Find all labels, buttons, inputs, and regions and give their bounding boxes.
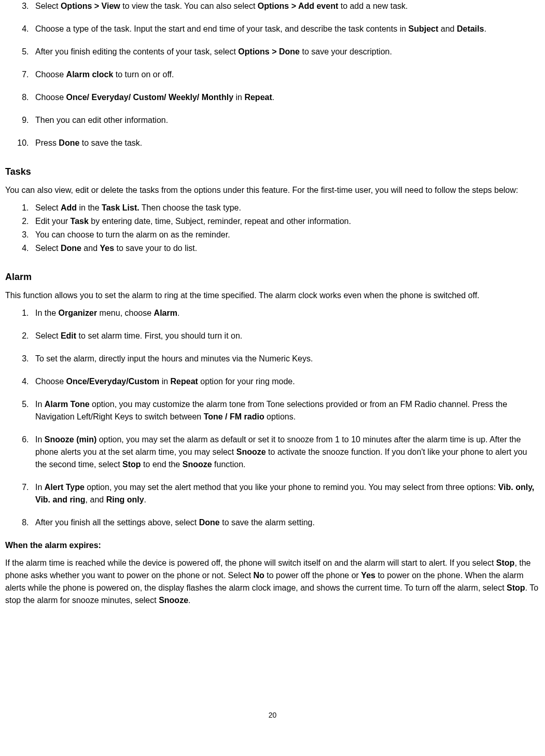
tasks-list-item: You can choose to turn the alarm on as t…: [31, 229, 540, 241]
tasks-list-item: Select Done and Yes to save your to do l…: [31, 242, 540, 255]
tasks-intro: You can also view, edit or delete the ta…: [5, 184, 540, 197]
tasks-list-item: Edit your Task by entering date, time, S…: [31, 215, 540, 228]
alarm-list-item: In Alert Type option, you may set the al…: [31, 481, 540, 506]
alarm-expires-text: If the alarm time is reached while the d…: [5, 557, 540, 607]
alarm-intro: This function allows you to set the alar…: [5, 289, 540, 302]
alarm-list: In the Organizer menu, choose Alarm.Sele…: [5, 307, 540, 529]
alarm-heading: Alarm: [5, 270, 540, 284]
alarm-list-item: After you finish all the settings above,…: [31, 516, 540, 529]
alarm-list-item: In the Organizer menu, choose Alarm.: [31, 307, 540, 319]
alarm-list-item: In Snooze (min) option, you may set the …: [31, 433, 540, 471]
top-list-item: After you finish editing the contents of…: [31, 46, 540, 58]
tasks-heading: Tasks: [5, 165, 540, 179]
alarm-list-item: In Alarm Tone option, you may customize …: [31, 398, 540, 423]
page-number: 20: [5, 710, 540, 721]
alarm-list-item: To set the alarm, directly input the hou…: [31, 353, 540, 365]
top-list-item: Choose a type of the task. Input the sta…: [31, 23, 540, 35]
top-list-item: Then you can edit other information.: [31, 114, 540, 127]
top-instruction-list: Select Options > View to view the task. …: [5, 0, 540, 149]
top-list-item: Choose Alarm clock to turn on or off.: [31, 68, 540, 81]
document-page: Select Options > View to view the task. …: [5, 0, 540, 726]
top-list-item: Press Done to save the task.: [31, 137, 540, 149]
tasks-list: Select Add in the Task List. Then choose…: [5, 202, 540, 255]
top-list-item: Select Options > View to view the task. …: [31, 0, 540, 12]
alarm-list-item: Choose Once/Everyday/Custom in Repeat op…: [31, 375, 540, 388]
alarm-list-item: Select Edit to set alarm time. First, yo…: [31, 330, 540, 342]
alarm-expires-heading: When the alarm expires:: [5, 539, 540, 552]
top-list-item: Choose Once/ Everyday/ Custom/ Weekly/ M…: [31, 91, 540, 104]
tasks-list-item: Select Add in the Task List. Then choose…: [31, 202, 540, 214]
